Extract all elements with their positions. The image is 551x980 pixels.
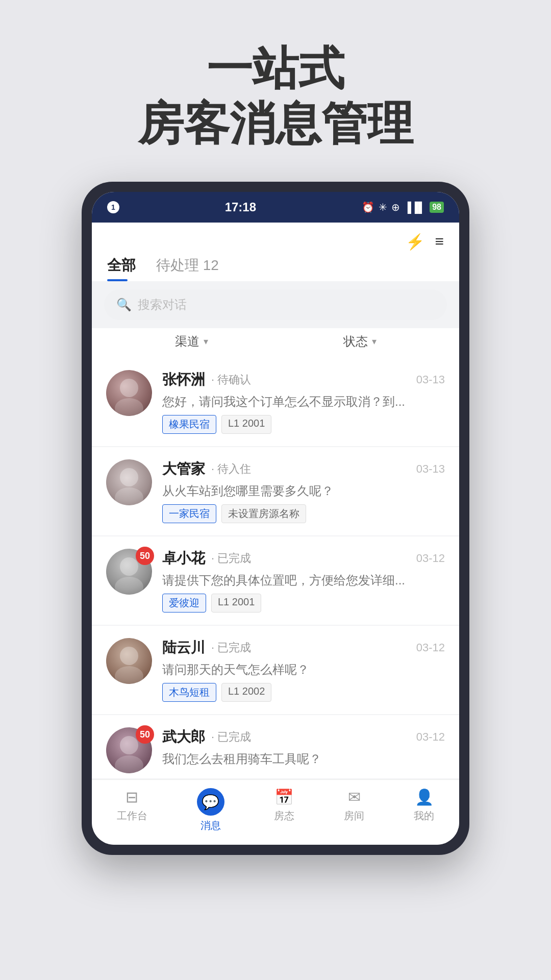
conv-status: · 待确认 — [211, 372, 251, 387]
list-item[interactable]: 陆云川 · 已完成 03-12 请问那天的天气怎么样呢？ 木鸟短租 L1 200… — [92, 626, 459, 714]
nav-item-room[interactable]: ✉ 房间 — [344, 788, 364, 832]
nav-item-room-status[interactable]: 📅 房态 — [274, 788, 294, 832]
filter-row: 渠道 ▾ 状态 ▾ — [92, 328, 459, 358]
workbench-icon: ⊟ — [126, 788, 138, 806]
page-header: 一站式 房客消息管理 — [82, 0, 469, 182]
nav-item-workbench[interactable]: ⊟ 工作台 — [117, 788, 147, 832]
conv-tag-room: L1 2001 — [211, 594, 261, 612]
conv-header: 武大郎 · 已完成 03-12 — [162, 727, 445, 747]
list-item[interactable]: 50 卓小花 · 已完成 03-12 请提供下您的具体位置吧，方便给您发详细..… — [92, 536, 459, 625]
room-icon: ✉ — [348, 788, 361, 806]
conv-name: 张怀洲 — [162, 370, 205, 389]
conv-status: · 已完成 — [211, 729, 251, 745]
conv-status: · 已完成 — [211, 640, 251, 655]
nav-item-profile[interactable]: 👤 我的 — [414, 788, 434, 832]
channel-filter-arrow: ▾ — [204, 336, 208, 347]
status-filter-button[interactable]: 状态 ▾ — [343, 333, 377, 350]
svg-point-3 — [115, 487, 143, 505]
status-left: 1 — [107, 201, 119, 213]
conv-header: 张怀洲 · 待确认 03-13 — [162, 370, 445, 389]
svg-point-6 — [120, 647, 138, 665]
status-time: 17:18 — [225, 200, 256, 214]
conv-time: 03-13 — [416, 373, 445, 386]
search-icon: 🔍 — [116, 298, 132, 312]
nav-item-messages[interactable]: 💬 消息 — [197, 788, 224, 832]
conv-tag-room: 未设置房源名称 — [221, 504, 306, 523]
conv-time: 03-13 — [416, 462, 445, 476]
conv-preview: 我们怎么去租用骑车工具呢？ — [162, 751, 445, 767]
conv-name-row: 武大郎 · 已完成 — [162, 727, 251, 747]
page-title: 一站式 房客消息管理 — [102, 41, 449, 151]
nav-label-room-status: 房态 — [274, 809, 294, 823]
conv-tags: 橡果民宿 L1 2001 — [162, 415, 445, 434]
svg-point-7 — [115, 666, 143, 684]
phone-screen: 1 17:18 ⏰ ✳ ⊕ ▐▐▌ 98 ⚡ ≡ 全部 — [92, 192, 459, 845]
conv-status: · 已完成 — [211, 551, 251, 566]
conv-tags: 爱彼迎 L1 2001 — [162, 594, 445, 612]
avatar — [106, 638, 152, 684]
conv-content: 大管家 · 待入住 03-13 从火车站到您哪里需要多久呢？ 一家民宿 未设置房… — [162, 459, 445, 523]
conv-tags: 一家民宿 未设置房源名称 — [162, 504, 445, 523]
conv-name: 武大郎 — [162, 727, 205, 747]
tab-all[interactable]: 全部 — [107, 256, 136, 281]
list-item[interactable]: 50 武大郎 · 已完成 03-12 我们怎么去租用骑车工具呢？ — [92, 715, 459, 778]
conv-content: 武大郎 · 已完成 03-12 我们怎么去租用骑车工具呢？ — [162, 727, 445, 773]
avatar-wrap — [106, 370, 152, 434]
notification-badge: 1 — [107, 201, 119, 213]
bluetooth-icon: ✳ — [379, 201, 387, 213]
search-input[interactable]: 搜索对话 — [138, 297, 187, 313]
conv-tag-room: L1 2001 — [221, 415, 271, 434]
list-item[interactable]: 大管家 · 待入住 03-13 从火车站到您哪里需要多久呢？ 一家民宿 未设置房… — [92, 447, 459, 535]
conv-preview: 您好，请问我这个订单怎么不显示取消？到... — [162, 394, 445, 410]
profile-icon: 👤 — [415, 788, 434, 806]
conv-name: 大管家 — [162, 459, 205, 479]
channel-filter-button[interactable]: 渠道 ▾ — [175, 333, 208, 350]
conv-time: 03-12 — [416, 641, 445, 654]
status-filter-label: 状态 — [343, 333, 368, 350]
svg-point-1 — [115, 398, 143, 416]
conv-preview: 请提供下您的具体位置吧，方便给您发详细... — [162, 572, 445, 589]
conv-name-row: 张怀洲 · 待确认 — [162, 370, 251, 389]
conv-header: 卓小花 · 已完成 03-12 — [162, 549, 445, 568]
unread-badge: 50 — [136, 547, 154, 565]
conv-content: 张怀洲 · 待确认 03-13 您好，请问我这个订单怎么不显示取消？到... 橡… — [162, 370, 445, 434]
conversation-list: 张怀洲 · 待确认 03-13 您好，请问我这个订单怎么不显示取消？到... 橡… — [92, 358, 459, 778]
conv-preview: 从火车站到您哪里需要多久呢？ — [162, 483, 445, 499]
conv-name-row: 陆云川 · 已完成 — [162, 638, 251, 657]
message-bubble: 💬 — [197, 788, 224, 816]
search-bar[interactable]: 🔍 搜索对话 — [104, 289, 447, 320]
list-item[interactable]: 张怀洲 · 待确认 03-13 您好，请问我这个订单怎么不显示取消？到... 橡… — [92, 358, 459, 446]
avatar-wrap: 50 — [106, 549, 152, 612]
nav-label-room: 房间 — [344, 809, 364, 823]
svg-point-5 — [115, 577, 143, 595]
tab-pending[interactable]: 待处理 12 — [156, 256, 219, 281]
conv-name-row: 卓小花 · 已完成 — [162, 549, 251, 568]
avatar — [106, 370, 152, 416]
alarm-icon: ⏰ — [362, 201, 374, 213]
conv-name-row: 大管家 · 待入住 — [162, 459, 251, 479]
svg-point-0 — [120, 379, 138, 397]
conv-tag-channel: 橡果民宿 — [162, 415, 216, 434]
bottom-nav: ⊟ 工作台 💬 消息 📅 房态 ✉ 房间 � — [92, 779, 459, 845]
svg-point-4 — [120, 557, 138, 576]
avatar-wrap: 50 — [106, 727, 152, 773]
header-icons-row: ⚡ ≡ — [107, 233, 444, 256]
signal-icon: ▐▐▌ — [404, 202, 426, 213]
conv-tag-channel: 爱彼迎 — [162, 594, 206, 612]
conv-name: 陆云川 — [162, 638, 205, 657]
status-right: ⏰ ✳ ⊕ ▐▐▌ 98 — [362, 201, 444, 213]
lightning-button[interactable]: ⚡ — [406, 233, 424, 251]
conv-name: 卓小花 — [162, 549, 205, 568]
conv-tag-channel: 一家民宿 — [162, 504, 216, 523]
svg-point-2 — [120, 468, 138, 486]
status-filter-arrow: ▾ — [372, 336, 377, 347]
status-bar: 1 17:18 ⏰ ✳ ⊕ ▐▐▌ 98 — [92, 192, 459, 223]
conv-preview: 请问那天的天气怎么样呢？ — [162, 662, 445, 678]
conv-tag-room: L1 2002 — [221, 683, 271, 702]
nav-label-messages: 消息 — [201, 819, 221, 832]
phone-frame: 1 17:18 ⏰ ✳ ⊕ ▐▐▌ 98 ⚡ ≡ 全部 — [82, 182, 469, 855]
menu-button[interactable]: ≡ — [435, 233, 444, 251]
message-icon: 💬 — [202, 794, 219, 811]
nav-label-profile: 我的 — [414, 809, 434, 823]
svg-point-9 — [115, 755, 143, 773]
